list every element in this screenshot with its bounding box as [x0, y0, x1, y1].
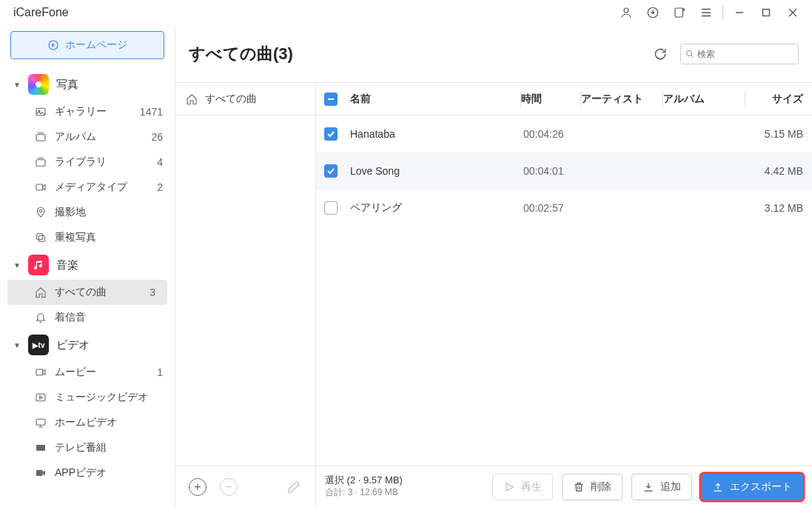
image-icon: [34, 105, 47, 118]
music-icon: [28, 255, 49, 275]
video-icon: [34, 366, 47, 379]
subtab-label: すべての曲: [205, 93, 257, 106]
remove-playlist-button[interactable]: −: [220, 478, 238, 496]
item-label: 重複写真: [55, 231, 164, 244]
item-label: アルバム: [55, 130, 144, 144]
sidebar-item-musicvideo[interactable]: ミュージックビデオ: [0, 385, 175, 410]
svg-rect-3: [763, 10, 770, 16]
sub-panel: すべての曲 + −: [175, 83, 316, 507]
sidebar-item-ringtones[interactable]: 着信音: [0, 305, 175, 330]
svg-point-18: [687, 50, 692, 56]
library-icon: [34, 155, 47, 169]
svg-rect-16: [36, 445, 45, 451]
tv-icon: ▶tv: [28, 335, 49, 355]
back-arrow-icon: [47, 39, 59, 51]
table-row[interactable]: ペアリング 00:02:57 3.12 MB: [316, 189, 812, 226]
select-all-checkbox[interactable]: [324, 93, 338, 106]
row-checkbox[interactable]: [324, 201, 338, 215]
sidebar-item-mediatype[interactable]: メディアタイプ 2: [0, 175, 175, 200]
svg-rect-14: [36, 394, 45, 400]
edit-button[interactable]: [286, 479, 302, 495]
sidebar-item-duplicates[interactable]: 重複写真: [0, 225, 175, 250]
svg-point-0: [624, 8, 628, 13]
total-text: 合計: 3 · 12.69 MB: [325, 487, 403, 499]
search-input[interactable]: [697, 49, 808, 59]
item-label: ミュージックビデオ: [55, 391, 164, 404]
sidebar-item-places[interactable]: 撮影地: [0, 200, 175, 225]
svg-point-10: [39, 209, 41, 212]
sidebar-item-tvshows[interactable]: テレビ番組: [0, 435, 175, 460]
maximize-button[interactable]: [753, 0, 779, 25]
chevron-down-icon: ▼: [13, 261, 21, 269]
sidebar-item-appvideo[interactable]: APPビデオ: [0, 460, 175, 486]
play-label: 再生: [521, 480, 542, 494]
sidebar-item-homevideo[interactable]: ホームビデオ: [0, 410, 175, 435]
app-title: iCareFone: [6, 6, 69, 19]
sidebar-category-music[interactable]: ▼ 音楽: [0, 250, 175, 280]
svg-rect-15: [36, 419, 45, 425]
row-checkbox[interactable]: [324, 127, 338, 141]
sidebar-category-video[interactable]: ▼ ▶tv ビデオ: [0, 330, 175, 360]
sidebar-item-movies[interactable]: ムービー 1: [0, 360, 175, 385]
category-label: 音楽: [56, 258, 78, 272]
monitor-icon: [34, 416, 47, 429]
subtab-allsongs[interactable]: すべての曲: [175, 83, 315, 115]
item-count: 3: [150, 286, 157, 298]
item-count: 4: [157, 156, 164, 168]
location-icon: [34, 206, 47, 219]
sidebar-item-album[interactable]: アルバム 26: [0, 124, 175, 150]
item-count: 26: [151, 131, 164, 143]
musicvideo-icon: [34, 391, 47, 404]
export-button[interactable]: エクスポート: [701, 474, 803, 500]
delete-button[interactable]: 削除: [562, 474, 623, 500]
search-icon: [685, 50, 694, 58]
close-button[interactable]: [779, 0, 806, 25]
table-row[interactable]: Hanataba 00:04:26 5.15 MB: [316, 115, 812, 152]
download-icon[interactable]: [640, 0, 666, 25]
delete-label: 削除: [591, 480, 611, 494]
sidebar-category-photos[interactable]: ▼ 写真: [0, 70, 175, 99]
cell-name: Love Song: [346, 165, 523, 177]
cell-time: 00:02:57: [523, 202, 583, 214]
play-button[interactable]: 再生: [492, 474, 553, 500]
minimize-button[interactable]: [726, 0, 753, 25]
add-playlist-button[interactable]: +: [189, 478, 207, 496]
cell-name: ペアリング: [346, 201, 523, 215]
menu-icon[interactable]: [693, 0, 719, 25]
download-icon: [642, 481, 654, 493]
add-label: 追加: [660, 480, 681, 494]
category-label: ビデオ: [56, 338, 90, 352]
item-label: ギャラリー: [55, 105, 132, 118]
item-label: メディアタイプ: [55, 181, 150, 194]
th-size[interactable]: サイズ: [745, 93, 812, 106]
row-checkbox[interactable]: [324, 164, 338, 178]
page-title: すべての曲(3): [189, 43, 293, 65]
th-album[interactable]: アルバム: [663, 93, 745, 106]
cell-name: Hanataba: [346, 128, 523, 140]
table-row[interactable]: Love Song 00:04:01 4.42 MB: [316, 152, 812, 189]
svg-rect-7: [36, 135, 45, 141]
item-label: ライブラリ: [55, 155, 150, 169]
th-name[interactable]: 名前: [346, 93, 520, 106]
svg-rect-11: [37, 234, 43, 240]
sidebar-item-allsongs[interactable]: すべての曲 3: [7, 280, 167, 305]
sidebar-item-gallery[interactable]: ギャラリー 1471: [0, 99, 175, 124]
th-artist[interactable]: アーティスト: [581, 93, 662, 106]
account-icon[interactable]: [613, 0, 640, 25]
home-icon: [186, 93, 198, 105]
tv-icon: [34, 441, 47, 454]
item-label: 撮影地: [55, 206, 164, 219]
bottom-toolbar: 選択 (2 · 9.57 MB) 合計: 3 · 12.69 MB 再生 削除: [316, 466, 812, 507]
refresh-button[interactable]: [649, 43, 671, 65]
home-button[interactable]: ホームページ: [10, 31, 164, 59]
sidebar-item-library[interactable]: ライブラリ 4: [0, 150, 175, 175]
svg-rect-2: [675, 8, 683, 17]
cell-time: 00:04:01: [523, 165, 583, 177]
add-button[interactable]: 追加: [631, 474, 692, 500]
feedback-icon[interactable]: [666, 0, 693, 25]
search-box[interactable]: [680, 44, 799, 64]
cell-size: 4.42 MB: [745, 165, 812, 177]
trash-icon: [573, 481, 585, 493]
th-time[interactable]: 時間: [521, 93, 580, 106]
selection-text: 選択 (2 · 9.57 MB): [325, 474, 403, 487]
